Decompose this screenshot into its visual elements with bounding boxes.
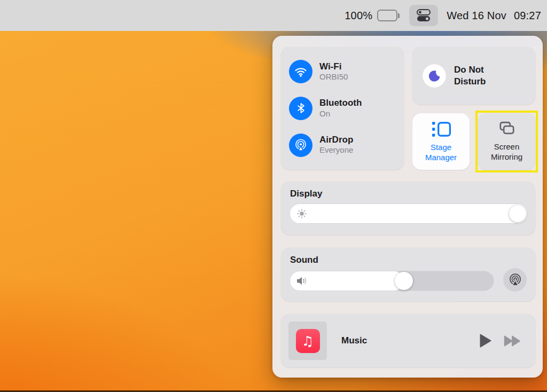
wifi-toggle[interactable] — [289, 60, 312, 83]
bluetooth-status: On — [319, 109, 362, 119]
wifi-icon — [294, 65, 308, 79]
bluetooth-label: Bluetooth — [319, 98, 362, 108]
display-card: Display — [281, 182, 535, 235]
airdrop-icon — [294, 138, 308, 152]
battery-percent: 100% — [345, 10, 372, 22]
screen-mirroring-label: Screen Mirroring — [485, 142, 529, 162]
menu-bar-clock[interactable]: 09:27 — [514, 10, 541, 22]
brightness-icon — [296, 208, 308, 219]
music-card: ♫ Music — [281, 314, 535, 367]
music-note-icon: ♫ — [296, 329, 320, 353]
connectivity-card: Wi-Fi ORBI50 Bluetooth On — [281, 47, 404, 170]
control-center-button[interactable] — [409, 5, 438, 26]
airplay-audio-icon — [508, 273, 522, 287]
airdrop-toggle[interactable] — [289, 134, 312, 157]
wifi-label: Wi-Fi — [319, 61, 341, 72]
brightness-knob[interactable] — [509, 205, 526, 222]
speaker-icon — [296, 276, 309, 286]
sound-output-button[interactable] — [503, 268, 527, 292]
do-not-disturb-label: Do Not Disturb — [454, 64, 500, 88]
menu-bar: 100% Wed 16 Nov 09:27 — [0, 0, 547, 31]
screen: 100% Wed 16 Nov 09:27 — [0, 0, 547, 392]
stage-manager-icon — [432, 121, 451, 138]
album-art-placeholder: ♫ — [288, 322, 327, 360]
airdrop-status: Everyone — [319, 145, 353, 155]
sound-title: Sound — [290, 255, 527, 265]
brightness-fill — [290, 204, 527, 223]
wifi-status: ORBI50 — [319, 72, 348, 82]
sound-card: Sound — [281, 248, 535, 301]
toggles-icon — [416, 9, 432, 22]
display-title: Display — [290, 189, 527, 199]
volume-knob[interactable] — [395, 272, 413, 290]
airdrop-row[interactable]: AirDrop Everyone — [289, 134, 404, 157]
battery-icon — [377, 10, 400, 21]
brightness-slider[interactable] — [290, 204, 527, 223]
do-not-disturb-card[interactable]: Do Not Disturb — [412, 47, 535, 105]
menu-bar-date[interactable]: Wed 16 Nov — [447, 10, 506, 22]
bluetooth-row[interactable]: Bluetooth On — [289, 97, 404, 120]
music-app-label: Music — [341, 335, 367, 346]
bluetooth-toggle[interactable] — [289, 97, 312, 120]
screen-mirroring-icon — [498, 121, 516, 137]
stage-manager-tile[interactable]: Stage Manager — [412, 113, 470, 170]
moon-icon — [428, 69, 441, 83]
screen-mirroring-tile[interactable]: Screen Mirroring — [478, 113, 535, 170]
airdrop-label: AirDrop — [319, 135, 353, 145]
stage-manager-label: Stage Manager — [422, 143, 460, 163]
volume-slider[interactable] — [290, 271, 494, 291]
control-center-panel: Wi-Fi ORBI50 Bluetooth On — [272, 36, 543, 378]
do-not-disturb-toggle[interactable] — [423, 64, 446, 88]
play-button[interactable] — [480, 334, 491, 348]
bluetooth-icon — [295, 102, 307, 114]
fast-forward-button[interactable] — [504, 335, 522, 347]
wifi-row[interactable]: Wi-Fi ORBI50 — [289, 60, 404, 83]
